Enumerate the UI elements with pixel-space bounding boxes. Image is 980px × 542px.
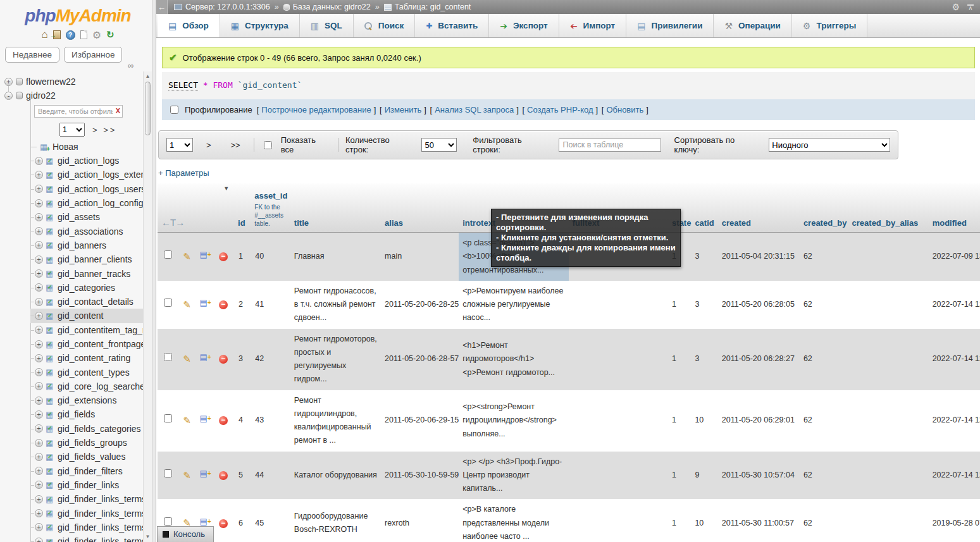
column-header-alias[interactable]: alias [381,183,459,233]
sidebar-table-item[interactable]: + gid_content [0,309,143,323]
sidebar-table-item[interactable]: + gid_content_types [0,365,143,379]
sidebar-table-item[interactable]: + gid_banners [0,238,143,252]
expand-plus-icon[interactable]: + [35,382,43,390]
edit-pencil-icon[interactable]: ✎ [183,415,191,426]
expand-plus-icon[interactable]: + [35,283,43,292]
column-header-actions[interactable]: ▼ ←Т→ [158,183,234,233]
delete-icon[interactable] [219,355,228,364]
tab[interactable]: Обзор [158,14,220,37]
tab[interactable]: Вставить [415,14,489,37]
scroll-down-icon[interactable]: ▼ [144,533,152,541]
table-search-input[interactable] [559,139,661,152]
tab[interactable]: Поиск [354,14,416,37]
column-header-title[interactable]: title [290,183,381,233]
delete-icon[interactable] [219,300,228,309]
tab[interactable]: Импорт [559,14,627,37]
profiling-action-link[interactable]: Обновить [606,105,643,114]
next-page-button[interactable]: > [200,139,218,152]
tree-filter-input[interactable] [34,105,123,118]
sidebar-table-item[interactable]: + gid_finder_links_terms2 [0,520,143,534]
edit-pencil-icon[interactable]: ✎ [183,470,191,481]
back-arrow-button[interactable]: ← [156,0,168,14]
expand-plus-icon[interactable]: + [35,538,43,542]
sidebar-table-item[interactable]: + gid_fields_categories [0,422,143,436]
expand-plus-icon[interactable]: + [35,171,43,179]
expand-plus-icon[interactable]: + [35,312,43,320]
copy-rows-icon[interactable] [200,298,210,307]
delete-icon[interactable] [219,252,228,261]
profiling-action-link[interactable]: Анализ SQL запроса [435,105,514,114]
page-select[interactable]: 1 [166,138,193,152]
expand-plus-icon[interactable]: + [35,354,43,362]
expand-plus-icon[interactable]: + [35,368,43,376]
home-icon[interactable]: ⌂ [41,30,47,39]
sidebar-table-item[interactable]: + gid_categories [0,281,143,295]
reload-icon[interactable]: ↻ [106,29,115,40]
sidebar-table-item[interactable]: + gid_finder_links_terms1 [0,506,143,520]
expand-plus-icon[interactable]: + [35,185,43,193]
expand-plus-icon[interactable]: + [35,424,43,433]
expand-plus-icon[interactable]: + [35,439,43,447]
table-row[interactable]: ✎ 6 45 Гидрооборудование Bosch-REXROTH r… [158,499,980,542]
breadcrumb-database[interactable]: База данных: gidro22 [283,3,371,11]
recent-button[interactable]: Недавнее [5,47,59,63]
sql-keyword-select[interactable]: SELECT [168,80,198,90]
collapse-minus-icon[interactable]: - [4,92,13,100]
expand-plus-icon[interactable]: + [35,241,43,249]
row-checkbox[interactable] [164,250,172,259]
expand-plus-icon[interactable]: + [35,495,43,503]
sidebar-table-item[interactable]: + gid_finder_links_terms3 [0,534,143,542]
tab[interactable]: Привилегии [626,14,714,37]
sidebar-table-item[interactable]: + gid_banner_clients [0,252,143,266]
sidebar-table-item[interactable]: + gid_banner_tracks [0,266,143,280]
sidebar-table-item[interactable]: + gid_assets [0,210,143,224]
table-row[interactable]: ✎ 4 43 Ремонт гидроцилиндров, квалифицир… [158,390,980,452]
expand-plus-icon[interactable]: + [35,340,43,348]
column-header-asset-id[interactable]: asset_id FK to the #__assets table. [251,183,290,233]
row-checkbox[interactable] [164,517,172,526]
column-header-created-by[interactable]: created_by [800,183,848,233]
profiling-checkbox[interactable] [170,106,178,114]
tab[interactable]: SQL [300,14,354,37]
expand-plus-icon[interactable]: + [35,213,43,221]
expand-plus-icon[interactable]: + [35,410,43,419]
copy-rows-icon[interactable] [200,517,210,526]
tab[interactable]: Структура [220,14,300,37]
copy-rows-icon[interactable] [200,469,210,477]
favorites-button[interactable]: Избранное [64,47,122,63]
table-row[interactable]: ✎ 3 42 Ремонт гидромоторов, простых и ре… [158,329,980,390]
expand-plus-icon[interactable]: + [4,78,13,86]
copy-rows-icon[interactable] [200,414,210,422]
sidebar-table-item[interactable]: + gid_finder_filters [0,464,143,478]
breadcrumb-server[interactable]: Сервер: 127.0.0.1:3306 [174,3,270,11]
sidebar-table-item[interactable]: + gid_core_log_searches [0,379,143,393]
help-icon[interactable]: ? [66,30,75,40]
sidebar-table-item[interactable]: + gid_finder_links [0,478,143,492]
sort-caret-icon[interactable]: ▼ [223,185,229,192]
expand-plus-icon[interactable]: + [35,509,43,517]
params-link[interactable]: + Параметры [158,168,209,178]
expand-plus-icon[interactable]: + [35,326,43,334]
docs-icon[interactable] [80,30,87,39]
expand-plus-icon[interactable]: + [35,256,43,264]
sidebar-table-item[interactable]: + gid_fields_groups [0,436,143,450]
expand-plus-icon[interactable]: + [35,157,43,165]
column-header-id[interactable]: id [234,183,251,233]
sidebar-scrollbar[interactable]: ▲ ▼ [143,71,152,542]
page-settings-icon[interactable]: ⚙ [952,2,960,12]
logout-door-icon[interactable] [53,30,61,39]
expand-plus-icon[interactable]: + [35,397,43,405]
tree-page-next[interactable]: > >> [92,125,116,135]
sidebar-table-item[interactable]: + gid_action_log_config [0,196,143,210]
expand-plus-icon[interactable]: + [35,453,43,461]
row-checkbox[interactable] [164,414,172,422]
sidebar-table-item[interactable]: + gid_associations [0,224,143,238]
delete-icon[interactable] [219,416,228,425]
console-button[interactable]: Консоль [157,526,214,542]
row-checkbox[interactable] [164,469,172,477]
column-header-catid[interactable]: catid [691,183,717,233]
filter-clear-icon[interactable]: X [116,107,120,114]
column-header-created-by-alias[interactable]: created_by_alias [848,183,929,233]
copy-rows-icon[interactable] [200,250,210,259]
expand-plus-icon[interactable]: + [35,523,43,531]
